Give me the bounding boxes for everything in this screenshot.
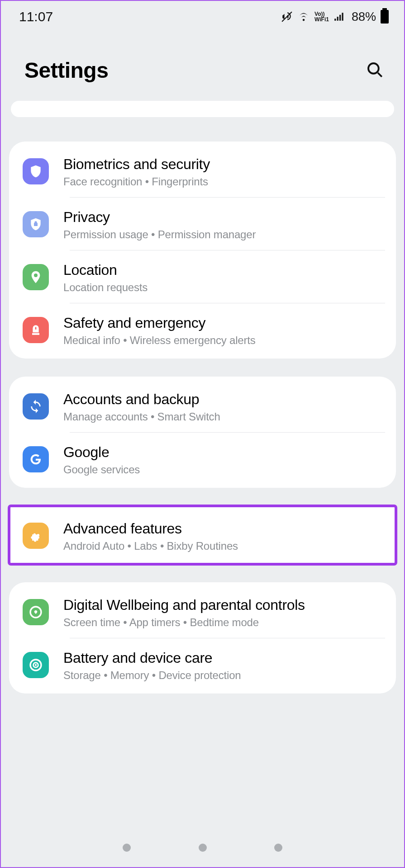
page-title: Settings [24,58,108,83]
svg-point-1 [368,63,379,74]
svg-line-2 [378,73,382,77]
item-digital-wellbeing[interactable]: Digital Wellbeing and parental controls … [9,585,396,638]
partial-card [11,101,394,117]
signal-icon [334,11,345,23]
item-subtitle: Permission usage • Permission manager [63,228,385,241]
item-title: Digital Wellbeing and parental controls [63,597,385,613]
battery-icon [381,10,389,24]
status-battery: 88% [352,10,376,24]
item-subtitle: Storage • Memory • Device protection [63,669,385,682]
item-safety-emergency[interactable]: Safety and emergency Medical info • Wire… [9,303,396,356]
mute-vibrate-icon [281,11,293,23]
location-pin-icon [23,264,49,290]
header: Settings [1,29,404,101]
item-google[interactable]: Google Google services [9,432,396,485]
nav-bar [1,828,404,867]
item-subtitle: Screen time • App timers • Bedtime mode [63,616,385,629]
item-subtitle: Face recognition • Fingerprints [63,175,385,188]
settings-group: Digital Wellbeing and parental controls … [9,582,396,693]
device-care-icon [23,652,49,678]
settings-group: Accounts and backup Manage accounts • Sm… [9,377,396,488]
item-title: Google [63,444,385,461]
settings-group-highlighted: Advanced features Android Auto • Labs • … [9,506,396,564]
wifi-icon [297,10,310,23]
item-subtitle: Google services [63,463,385,476]
item-subtitle: Manage accounts • Smart Switch [63,410,385,423]
item-battery-device-care[interactable]: Battery and device care Storage • Memory… [9,638,396,691]
item-title: Battery and device care [63,650,385,666]
item-advanced-features[interactable]: Advanced features Android Auto • Labs • … [9,509,396,561]
privacy-shield-icon [23,211,49,237]
item-subtitle: Location requests [63,281,385,294]
settings-group: Biometrics and security Face recognition… [9,142,396,359]
shield-icon [23,158,49,184]
wellbeing-icon [23,599,49,625]
siren-icon [23,317,49,343]
item-title: Safety and emergency [63,315,385,331]
puzzle-icon [23,523,49,549]
nav-back[interactable] [274,844,282,852]
nav-home[interactable] [199,844,207,852]
google-g-icon [23,446,49,472]
svg-point-6 [35,664,37,665]
status-time: 11:07 [19,9,53,24]
item-accounts-backup[interactable]: Accounts and backup Manage accounts • Sm… [9,379,396,432]
item-biometrics-security[interactable]: Biometrics and security Face recognition… [9,144,396,197]
item-title: Advanced features [63,520,385,537]
sync-icon [23,393,49,420]
item-title: Location [63,262,385,278]
item-title: Biometrics and security [63,156,385,173]
status-bar: 11:07 Vo))WiFi1 88% [1,1,404,29]
nav-recents[interactable] [123,844,131,852]
item-subtitle: Android Auto • Labs • Bixby Routines [63,540,385,552]
item-title: Accounts and backup [63,391,385,408]
item-privacy[interactable]: Privacy Permission usage • Permission ma… [9,197,396,250]
vowifi-icon: Vo))WiFi1 [314,11,329,22]
search-icon[interactable] [365,60,384,81]
item-title: Privacy [63,209,385,226]
item-location[interactable]: Location Location requests [9,250,396,303]
item-subtitle: Medical info • Wireless emergency alerts [63,334,385,347]
